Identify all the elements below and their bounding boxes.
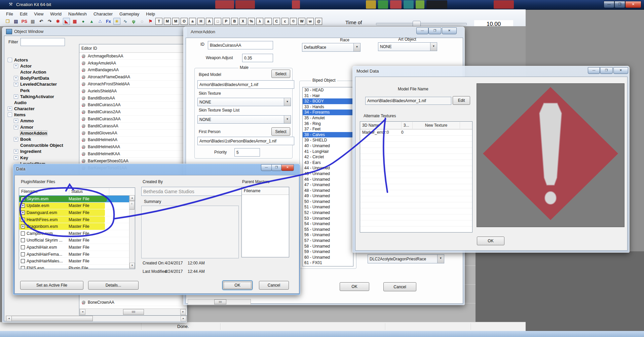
tree-item[interactable]: + Ammo bbox=[5, 118, 77, 124]
minimize-icon[interactable]: — bbox=[261, 164, 272, 171]
biped-item[interactable]: 33 - Hands bbox=[303, 104, 353, 110]
armor-addon-hscrollbar[interactable]: ⦀⦀⦀ bbox=[188, 299, 251, 305]
measure-icon[interactable]: ⚑ bbox=[147, 18, 154, 25]
art-object-combo[interactable]: NONE▼ bbox=[378, 42, 437, 51]
biped-item[interactable]: 55 - Unnamed bbox=[303, 227, 353, 233]
menu-file[interactable]: File bbox=[3, 10, 16, 18]
file-row[interactable]: Unofficial Skyrim ... Master File bbox=[19, 237, 135, 244]
app-minimize-button[interactable]: — bbox=[604, 1, 614, 8]
editor-row[interactable]: BanditBootsAA bbox=[79, 95, 187, 102]
file-checkbox[interactable] bbox=[21, 259, 25, 263]
biped-item[interactable]: 35 - Amulet bbox=[303, 115, 353, 121]
biped-item[interactable]: 31 - Hair bbox=[303, 93, 353, 99]
tree-expand-icon[interactable]: + bbox=[14, 156, 18, 160]
grass-icon[interactable]: ψ bbox=[130, 18, 137, 25]
details-button[interactable]: Details... bbox=[88, 281, 139, 290]
papyrus-window-icon[interactable]: P bbox=[223, 18, 230, 25]
file-checkbox[interactable] bbox=[21, 252, 25, 256]
editor-row[interactable]: AtronachFlameDeadAA bbox=[79, 74, 187, 81]
biped-item[interactable]: 36 - Ring bbox=[303, 121, 353, 127]
tree-item[interactable]: + TalkingActivator bbox=[5, 93, 77, 99]
tree-expand-icon[interactable]: + bbox=[14, 119, 18, 123]
biped-model-field[interactable]: Armor\Blades\BladesArmor_1.nif bbox=[197, 80, 294, 89]
file-checkbox[interactable] bbox=[21, 197, 25, 201]
editor-row[interactable]: BanditCuirass2AA bbox=[79, 109, 187, 116]
file-row[interactable]: FNIS.esp Plugin File bbox=[19, 265, 135, 269]
navmesh-mode-icon[interactable]: ∴ bbox=[97, 18, 104, 25]
photoshop-export-icon[interactable]: PS bbox=[21, 18, 28, 25]
app-close-button[interactable]: ✕ bbox=[625, 1, 641, 8]
race-combo[interactable]: DefaultRace▼ bbox=[302, 43, 361, 52]
open-icon[interactable]: ❒ bbox=[4, 18, 11, 25]
actor-window-icon[interactable]: a bbox=[189, 18, 196, 25]
file-checkbox[interactable] bbox=[21, 224, 25, 228]
file-checkbox[interactable] bbox=[21, 231, 25, 236]
object-palette-icon[interactable]: O bbox=[181, 18, 188, 25]
editor-row[interactable]: ArchmageRobesAA bbox=[79, 53, 187, 60]
tree-expand-icon[interactable]: + bbox=[8, 107, 12, 111]
filter-input[interactable] bbox=[21, 38, 65, 46]
time-of-day-slider[interactable] bbox=[376, 23, 467, 25]
id-field[interactable]: BladesCuirassAA bbox=[208, 41, 273, 49]
at-window-icon[interactable]: @ bbox=[315, 18, 322, 25]
tree-item[interactable]: - Actors bbox=[5, 57, 77, 63]
snap-angle-icon[interactable]: ◣ bbox=[63, 18, 70, 25]
tree-item[interactable]: + Book bbox=[5, 136, 77, 142]
sound-icon[interactable]: ∿ bbox=[122, 18, 129, 25]
file-row[interactable]: Dragonborn.esm Master File bbox=[19, 223, 135, 230]
file-checkbox[interactable] bbox=[21, 245, 25, 249]
menu-world[interactable]: World bbox=[47, 10, 65, 18]
material-window-icon[interactable]: M bbox=[164, 18, 171, 25]
biped-model-select-button[interactable]: Select bbox=[271, 70, 290, 78]
fx-icon[interactable]: Fx bbox=[105, 18, 112, 25]
biped-item[interactable]: 37 - Feet bbox=[303, 126, 353, 132]
maximize-icon[interactable]: ❐ bbox=[600, 67, 613, 74]
tree-expand-icon[interactable]: + bbox=[14, 76, 18, 80]
magic-window-icon[interactable]: M bbox=[172, 18, 179, 25]
havok-window-icon[interactable]: H bbox=[197, 18, 204, 25]
editor-id-header[interactable]: Editor ID bbox=[79, 44, 187, 53]
biped-item[interactable]: 50 - Unnamed bbox=[303, 199, 353, 205]
skin-texture-combo[interactable]: NONE▼ bbox=[197, 98, 291, 106]
menu-character[interactable]: Character bbox=[90, 10, 116, 18]
editor-row[interactable]: AurielsShieldAA bbox=[79, 88, 187, 95]
biped-item[interactable]: 54 - Unnamed bbox=[303, 221, 353, 227]
editor-row[interactable]: ArmBandagesAA bbox=[79, 67, 187, 74]
tree-expand-icon[interactable]: + bbox=[14, 64, 18, 68]
col-status[interactable]: Status bbox=[69, 188, 109, 195]
file-row[interactable]: Skyrim.esm Master File bbox=[19, 196, 135, 203]
tree-expand-icon[interactable]: + bbox=[14, 149, 18, 154]
world-window-icon[interactable]: W bbox=[298, 18, 305, 25]
text-window-icon[interactable]: T bbox=[155, 18, 162, 25]
biped-item[interactable]: 61 - FX01 bbox=[303, 260, 353, 266]
file-checkbox[interactable] bbox=[21, 238, 25, 242]
biped-item[interactable]: 49 - Unnamed bbox=[303, 193, 353, 199]
biped-item[interactable]: 51 - Unnamed bbox=[303, 204, 353, 210]
file-row[interactable]: HearthFires.esm Master File bbox=[19, 216, 135, 223]
landscape-icon[interactable]: ▲ bbox=[88, 18, 95, 25]
parent-masters-list[interactable]: Filename bbox=[241, 187, 289, 257]
app-maximize-button[interactable]: ❐ bbox=[614, 1, 625, 8]
menu-edit[interactable]: Edit bbox=[16, 10, 31, 18]
minimize-icon[interactable]: — bbox=[416, 28, 428, 34]
biped-item[interactable]: 30 - HEAD bbox=[303, 87, 353, 93]
tree-expand-icon[interactable]: + bbox=[14, 125, 18, 129]
biped-item[interactable]: 57 - Unnamed bbox=[303, 238, 353, 244]
file-row[interactable]: ApachiiHairMales... Master File bbox=[19, 258, 135, 265]
tree-expand-icon[interactable]: + bbox=[14, 137, 18, 141]
tree-expand-icon[interactable]: - bbox=[8, 58, 12, 62]
biped-item[interactable]: 52 - Unnamed bbox=[303, 210, 353, 216]
ok-button[interactable]: OK bbox=[223, 281, 252, 290]
editor-row[interactable]: ArkayAmuletAA bbox=[79, 60, 187, 67]
biped-item[interactable]: 32 - BODY bbox=[303, 98, 353, 104]
weapon-adjust-field[interactable]: 0.35 bbox=[242, 54, 273, 62]
file-checkbox[interactable] bbox=[21, 266, 25, 269]
biped-item[interactable]: 45 - Unnamed bbox=[303, 171, 353, 177]
table-row[interactable]: Marker_error:0 0 bbox=[360, 129, 472, 135]
cell-window-icon[interactable]: C bbox=[273, 18, 280, 25]
lambda-window-icon[interactable]: λ bbox=[256, 18, 263, 25]
tree-item[interactable]: + BodyPartData bbox=[5, 75, 77, 81]
biped-item[interactable]: 39 - SHIELD bbox=[303, 137, 353, 143]
col-3d-name[interactable]: 3D Name bbox=[360, 122, 402, 129]
tree-item[interactable]: + Character bbox=[5, 106, 77, 112]
